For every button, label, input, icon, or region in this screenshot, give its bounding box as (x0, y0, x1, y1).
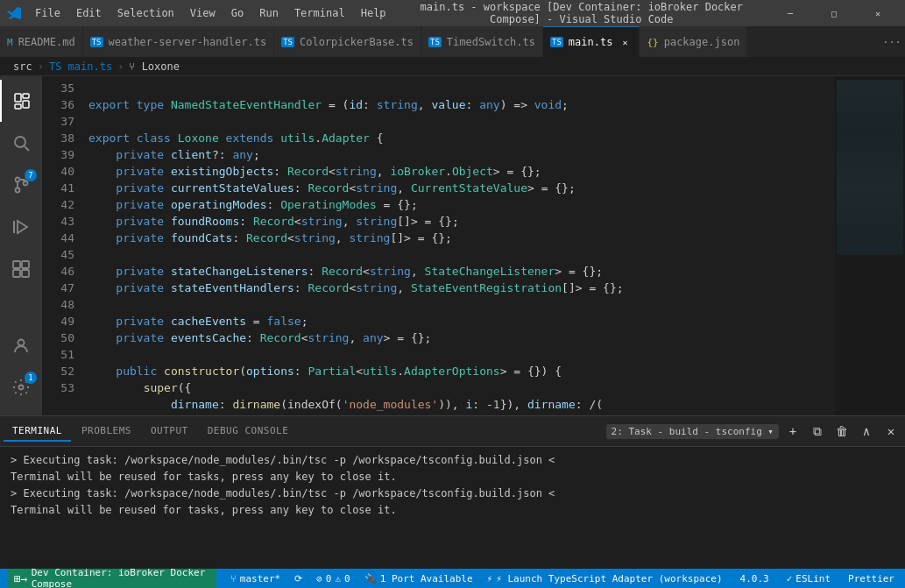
terminal-split-button[interactable]: ⧉ (807, 421, 828, 442)
settings-badge: 1 (25, 372, 37, 384)
terminal-panel: TERMINAL PROBLEMS OUTPUT DEBUG CONSOLE 2… (0, 415, 905, 569)
status-launch[interactable]: ⚡ ⚡ Launch TypeScript Adapter (workspace… (484, 569, 726, 588)
status-prettier[interactable]: Prettier (845, 569, 898, 588)
svg-rect-12 (22, 261, 29, 268)
status-branch[interactable]: ⑂ master* (227, 569, 284, 588)
breadcrumb: src › TS main.ts › ⑂ Loxone (0, 57, 905, 76)
terminal-close-button[interactable]: ✕ (880, 421, 901, 442)
json-icon: {} (647, 37, 658, 48)
breadcrumb-src[interactable]: src (13, 60, 32, 73)
activity-accounts[interactable] (0, 324, 42, 366)
terminal-maximize-button[interactable]: ∧ (856, 421, 877, 442)
main-layout: 7 1 35 36 37 38 39 40 (0, 76, 905, 415)
menu-view[interactable]: View (183, 5, 223, 21)
problems-tab[interactable]: PROBLEMS (73, 422, 140, 442)
svg-point-15 (18, 340, 25, 346)
menu-help[interactable]: Help (354, 5, 393, 21)
activity-bottom: 1 (0, 324, 42, 408)
tab-colorpicker[interactable]: TS ColorpickerBase.ts (274, 26, 421, 57)
svg-point-6 (16, 178, 20, 182)
svg-rect-11 (13, 261, 20, 268)
svg-point-16 (19, 386, 24, 390)
tab-main-label: main.ts (569, 36, 613, 48)
menu-run[interactable]: Run (252, 5, 286, 21)
terminal-controls: 2: Task - build - tsconfig ▾ + ⧉ 🗑 ∧ ✕ (606, 421, 901, 442)
tab-more-button[interactable]: ··· (879, 26, 905, 57)
warning-icon: ⚠ (335, 573, 341, 584)
terminal-content[interactable]: > Executing task: /workspace/node_module… (0, 447, 905, 569)
ports-icon: 🔌 (364, 573, 377, 584)
terminal-tabs: TERMINAL PROBLEMS OUTPUT DEBUG CONSOLE 2… (0, 416, 905, 447)
svg-rect-2 (23, 101, 29, 108)
status-errors[interactable]: ⊘ 0 ⚠ 0 (313, 569, 354, 588)
terminal-selector[interactable]: 2: Task - build - tsconfig ▾ (606, 424, 779, 439)
activity-bar: 7 1 (0, 76, 42, 415)
tab-main-close[interactable]: ✕ (618, 35, 632, 49)
status-right: 4.0.3 ✓ ESLint Prettier (737, 569, 898, 588)
status-remote[interactable]: ⊞→ Dev Container: ioBroker Docker Compos… (7, 569, 216, 588)
ports-label: 1 Port Available (380, 573, 473, 584)
svg-rect-3 (15, 104, 21, 109)
error-icon: ⊘ (316, 573, 322, 584)
error-count: 0 (326, 573, 332, 584)
terminal-line-7: Terminal will be reused for tasks, press… (11, 502, 894, 519)
svg-point-4 (15, 137, 25, 147)
activity-search[interactable] (0, 122, 42, 164)
activity-extensions[interactable] (0, 248, 42, 290)
terminal-line-5: > Executing task: /workspace/node_module… (11, 485, 894, 502)
launch-icon: ⚡ (487, 573, 493, 584)
code-content[interactable]: export type NamedStateEventHandler = (id… (81, 76, 835, 415)
terminal-trash-button[interactable]: 🗑 (831, 421, 852, 442)
code-area[interactable]: 35 36 37 38 39 40 41 42 43 44 45 46 47 4… (42, 76, 905, 415)
breadcrumb-loxone[interactable]: ⑂ Loxone (129, 60, 180, 73)
tab-package[interactable]: {} package.json (640, 26, 747, 57)
menu-selection[interactable]: Selection (110, 5, 181, 21)
eslint-icon: ✓ (787, 573, 793, 584)
status-ports[interactable]: 🔌 1 Port Available (361, 569, 477, 588)
breadcrumb-main-ts[interactable]: TS main.ts (49, 60, 112, 73)
activity-run[interactable] (0, 206, 42, 248)
activity-source-control[interactable]: 7 (0, 164, 42, 206)
maximize-button[interactable]: □ (814, 0, 854, 26)
status-version[interactable]: 4.0.3 (737, 569, 773, 588)
menu-bar: File Edit Selection View Go Run Terminal… (28, 5, 393, 21)
tab-colorpicker-label: ColorpickerBase.ts (300, 36, 414, 48)
ts-icon2: TS (281, 37, 294, 47)
svg-rect-1 (23, 94, 29, 98)
tab-main[interactable]: TS main.ts ✕ (543, 26, 640, 57)
menu-terminal[interactable]: Terminal (287, 5, 352, 21)
minimize-button[interactable]: ─ (770, 0, 810, 26)
tab-timedswitch-label: TimedSwitch.ts (447, 36, 535, 48)
status-eslint[interactable]: ✓ ESLint (783, 569, 834, 588)
prettier-label: Prettier (848, 573, 894, 584)
breadcrumb-sep2: › (117, 60, 124, 73)
tab-timedswitch[interactable]: TS TimedSwitch.ts (421, 26, 543, 57)
terminal-tab[interactable]: TERMINAL (4, 422, 71, 442)
tab-weather[interactable]: TS weather-server-handler.ts (83, 26, 274, 57)
minimap (835, 76, 905, 415)
debug-console-tab[interactable]: DEBUG CONSOLE (199, 422, 298, 442)
tab-readme[interactable]: M README.md (0, 26, 83, 57)
close-button[interactable]: ✕ (858, 0, 898, 26)
source-control-badge: 7 (25, 169, 37, 181)
menu-go[interactable]: Go (224, 5, 251, 21)
menu-edit[interactable]: Edit (69, 5, 109, 21)
tab-package-label: package.json (664, 36, 740, 48)
ts-icon4: TS (550, 37, 563, 47)
status-sync[interactable]: ⟳ (291, 569, 306, 588)
activity-explorer[interactable] (0, 80, 42, 122)
terminal-add-button[interactable]: + (782, 421, 803, 442)
vscode-icon (7, 6, 21, 20)
window-controls: ─ □ ✕ (770, 0, 898, 26)
line-numbers: 35 36 37 38 39 40 41 42 43 44 45 46 47 4… (42, 76, 81, 415)
output-tab[interactable]: OUTPUT (142, 422, 197, 442)
menu-file[interactable]: File (28, 5, 67, 21)
terminal-selector-label: 2: Task - build - tsconfig ▾ (612, 426, 774, 437)
svg-marker-9 (18, 221, 27, 233)
window-title: main.ts - workspace [Dev Container: ioBr… (400, 1, 763, 25)
svg-rect-13 (13, 270, 20, 277)
breadcrumb-sep1: › (38, 60, 44, 73)
activity-settings[interactable]: 1 (0, 366, 42, 408)
remote-label: Dev Container: ioBroker Docker Compose (32, 567, 209, 588)
svg-line-5 (25, 146, 29, 151)
